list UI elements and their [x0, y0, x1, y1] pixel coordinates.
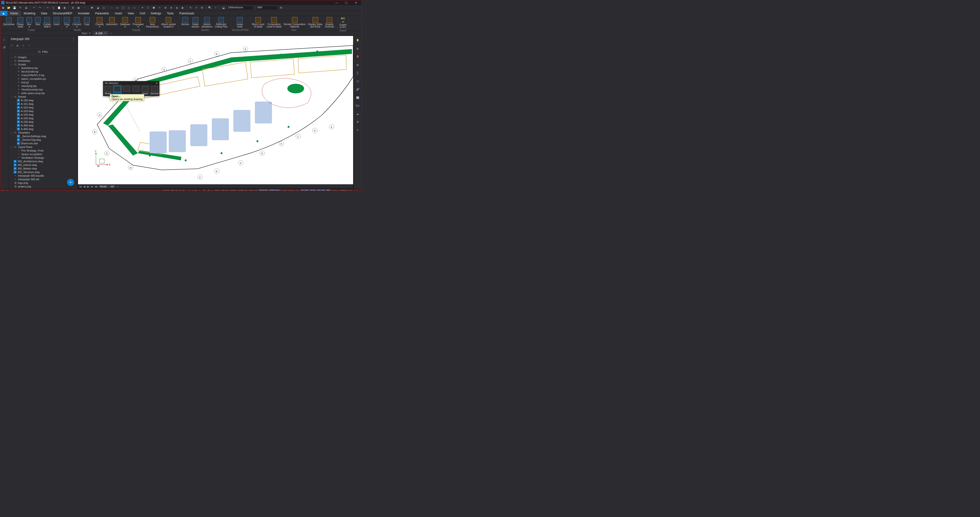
tab-add-icon[interactable]: + [116, 185, 119, 188]
tree-dwg-a-100-dwg[interactable]: AA-100.dwg [8, 98, 78, 102]
menu-home[interactable]: Home [7, 11, 21, 16]
menu-annotate[interactable]: Annotate [75, 11, 92, 16]
ribbon-drag-button[interactable]: Drag ▾ [63, 16, 71, 29]
qat-icon[interactable]: ◫ [101, 5, 106, 10]
file-tree[interactable]: ›🗀Images›🗀Schedules⌄🗀Scripts≡AutoName.ls… [8, 55, 78, 189]
tree-dwg-a-300-dwg[interactable]: AA-300.dwg [8, 123, 78, 127]
tree-folder-images[interactable]: ›🗀Images [8, 55, 78, 59]
tree-img-project-png[interactable]: ▨project.png [8, 185, 78, 188]
visual-style-combo[interactable]: 2dWireframe [227, 6, 253, 10]
qat-icon[interactable]: 🔍 [207, 5, 212, 10]
qat-icon[interactable]: ⌖ [157, 5, 162, 10]
tree-dwg-a-102-dwg[interactable]: AA-102.dwg [8, 105, 78, 109]
drawing-canvas[interactable]: 1 2 3 4 5 6 A B C D 2 3 4 5 6 7 8 9 [78, 36, 353, 189]
minimize-button[interactable]: — [332, 0, 341, 5]
tree-script-view2png-lsp[interactable]: ≡view2png.lsp [8, 84, 78, 88]
box-icon[interactable]: ◫ [355, 79, 360, 83]
customize-icon[interactable]: ✎ [355, 128, 360, 132]
tab-close-icon[interactable]: ✕ [104, 32, 106, 35]
ribbon-display-sides-button[interactable]: Display Sides and Ends [307, 16, 323, 29]
status-dropdown-icon[interactable]: ▾ [357, 189, 360, 191]
ribbon-quickdraw-button[interactable]: Quickdraw [2, 16, 15, 29]
tree-script-write-space-prop-lsp[interactable]: ≡write space prop.lsp [8, 91, 78, 95]
tree-dwg-305-structure-dwg[interactable]: A305_Structure.dwg [8, 170, 78, 174]
tips-icon[interactable]: 💡 [355, 38, 360, 43]
ribbon-interior-button[interactable]: Interior elevations [200, 16, 213, 29]
qat-icon[interactable]: ◯ [121, 5, 126, 10]
settings-icon[interactable]: ⚙ [355, 120, 360, 124]
tree-dwg-sheet-mm-dwt[interactable]: ASheet-mm.dwt [8, 142, 78, 145]
ribbon-stair-button[interactable]: Stair [34, 16, 42, 29]
tree-plain-ventilation-strategy[interactable]: •Ventilation Strategy [8, 156, 78, 160]
status-ortho[interactable]: ORTHO [237, 189, 248, 191]
tree-script-viewgenerator-lsp[interactable]: ≡ViewGenerator.lsp [8, 88, 78, 91]
status-standard[interactable]: Standard [181, 189, 194, 191]
menu-modeling[interactable]: Modeling [21, 11, 38, 16]
qat-block-icon[interactable]: ▣ [76, 5, 81, 10]
ribbon-graphic-button[interactable]: Graphic Override [324, 16, 335, 29]
qat-icon[interactable]: △ [126, 5, 131, 10]
menu-civil[interactable]: Civil [137, 11, 148, 16]
status-strack[interactable]: STRACK [269, 189, 280, 191]
qat-open-icon[interactable]: 📂 [6, 5, 11, 10]
qat-icon[interactable]: ◇ [132, 5, 137, 10]
ribbon-propagate-button[interactable]: Propagate ▾ [132, 16, 145, 29]
ribbon-render-composition-button[interactable]: Render Composition Material [283, 16, 307, 29]
status-none[interactable]: None [349, 189, 357, 191]
ribbon-composition-button[interactable]: Composition Level of detail [266, 16, 282, 29]
menu-structural/mep[interactable]: Structural/MEP [50, 11, 75, 16]
ribbon-linear-button[interactable]: Linear Solid [235, 16, 244, 29]
add-file-icon[interactable]: 🗋 [22, 44, 25, 47]
qat-icon[interactable]: ⬢ [151, 5, 156, 10]
bim-icon[interactable]: 🏢 [355, 95, 360, 100]
qat-undo-icon[interactable]: ↶ [32, 5, 37, 10]
files-tab[interactable]: 🗀 Files [8, 49, 78, 55]
qat-icon[interactable]: ⬓ [221, 5, 226, 10]
panel-menu-icon[interactable]: ⋮ [72, 37, 75, 41]
status-1-1[interactable]: 1:1 [295, 189, 300, 191]
status-lwt[interactable]: LWT [280, 189, 287, 191]
status-hka[interactable]: HKA [331, 189, 338, 191]
qat-cut-icon[interactable]: ✂ [45, 5, 50, 10]
maximize-button[interactable]: ▢ [341, 0, 351, 5]
tree-folder-scripts[interactable]: ⌄🗀Scripts [8, 62, 78, 66]
tab-prev-icon[interactable]: ◀ [83, 185, 86, 188]
quad-menu[interactable]: No Selection✕ ModelInsertGeneral [103, 81, 159, 96]
ribbon-box-button[interactable]: Box ▾ [25, 16, 33, 29]
app-menu-button[interactable]: ◣ [0, 11, 7, 16]
status-ducs[interactable]: DUCS [300, 189, 309, 191]
menu-data[interactable]: Data [38, 11, 50, 16]
doc-tab-start[interactable]: Start✕ [79, 31, 93, 35]
ribbon-auto-button[interactable]: Auto Parametrize [145, 16, 160, 29]
tree-dwg-305-architecture-dwg[interactable]: A305_Architecture.dwg [8, 160, 78, 163]
qat-print-icon[interactable]: 🖶 [24, 5, 29, 10]
status-polar[interactable]: POLAR [248, 189, 258, 191]
qat-icon[interactable]: ◈ [174, 5, 179, 10]
tree-dst-intergraph-305-dst[interactable]: •Intergraph 305.dst [8, 177, 78, 181]
ribbon-automatch-button[interactable]: Automatch [105, 16, 119, 29]
tab-list-icon[interactable]: ▤ [94, 185, 98, 188]
qat-icon[interactable]: ⬚ [109, 5, 114, 10]
menu-view[interactable]: View [125, 11, 137, 16]
tree-dwg-305-interior-dwg[interactable]: A305_Interior.dwg [8, 163, 78, 167]
qat-export-icon[interactable]: ⇱ [18, 5, 23, 10]
status-lockui[interactable]: LOCKUI [338, 189, 349, 191]
tree-plain-fire-strategy-final[interactable]: •Fire Strategy_Final [8, 148, 78, 152]
tree-script-block2solid-lsp[interactable]: ≡block2solid.lsp [8, 70, 78, 73]
tree-plain-space-occupation[interactable]: •Space occupation [8, 152, 78, 156]
ribbon-attach-spatial-button[interactable]: Attach spatial location ▾ [160, 16, 177, 29]
doc-tab-a-100[interactable]: A-100✕ [93, 31, 108, 35]
tree-script-test-py[interactable]: ≡test.py [8, 80, 78, 84]
tree-dwg-a-106-dwg[interactable]: AA-106.dwg [8, 120, 78, 123]
menu-parametric[interactable]: Parametric [92, 11, 112, 16]
tree-dwg-305-master-dwg[interactable]: A305_Master.dwg [8, 167, 78, 170]
gear-icon[interactable]: ⚙ [279, 5, 283, 10]
layout-tab[interactable]: A0 [109, 185, 116, 188]
qat-icon[interactable]: ⬡ [146, 5, 151, 10]
close-button[interactable]: ✕ [351, 0, 361, 5]
qat-icon[interactable]: ⚙ [200, 5, 204, 10]
status-custom-dimstyle[interactable]: Custom DimStyle [193, 189, 214, 191]
status-dyn[interactable]: DYN [309, 189, 316, 191]
quad-close-icon[interactable]: ✕ [156, 82, 158, 85]
refresh-icon[interactable]: ⟳ [11, 44, 13, 47]
